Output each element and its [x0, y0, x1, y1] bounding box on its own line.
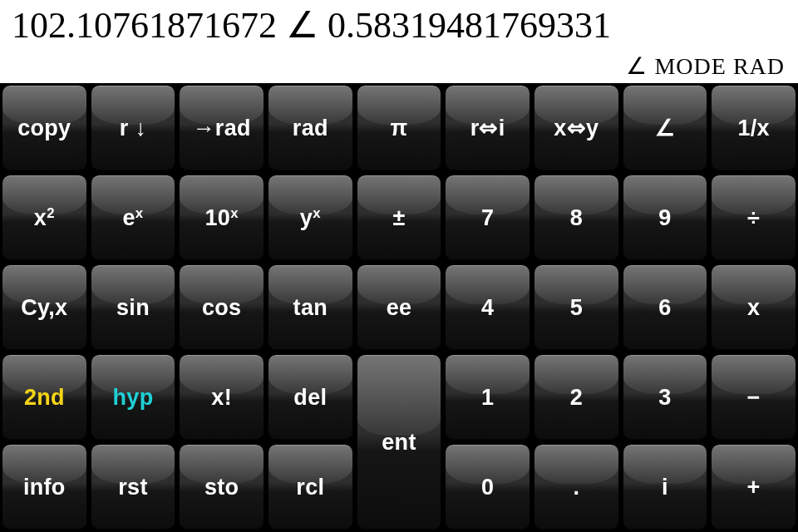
hyp-button[interactable]: hyp	[91, 354, 176, 441]
key-label: 8	[570, 205, 583, 231]
key-label: ∠	[655, 115, 675, 141]
ee-button[interactable]: ee	[357, 264, 442, 351]
pi-button[interactable]: π	[357, 85, 442, 171]
key-label: rst	[118, 475, 147, 500]
factorial-button[interactable]: x!	[179, 354, 264, 441]
digit-2-button[interactable]: 2	[534, 354, 619, 441]
key-label: x!	[211, 385, 232, 411]
cos-button[interactable]: cos	[179, 264, 264, 351]
key-label: 0	[481, 475, 494, 500]
key-label: ex	[123, 204, 144, 231]
key-label: 3	[658, 385, 671, 411]
key-label: 10x	[205, 204, 239, 231]
digit-4-button[interactable]: 4	[445, 264, 530, 351]
key-label: Cy,x	[21, 295, 67, 321]
imaginary-i-button[interactable]: i	[623, 444, 708, 530]
e-to-x-button[interactable]: ex	[91, 175, 176, 261]
key-label: hyp	[113, 385, 154, 411]
y-to-x-button[interactable]: yx	[268, 175, 353, 261]
reciprocal-button[interactable]: 1/x	[711, 85, 796, 171]
key-label: x	[747, 295, 760, 321]
key-label: 9	[658, 205, 671, 231]
key-label: x⇔y	[554, 115, 598, 141]
key-label: 2nd	[24, 385, 65, 411]
key-label: del	[293, 385, 327, 411]
digit-0-button[interactable]: 0	[445, 444, 530, 530]
key-label: rad	[293, 116, 328, 141]
digit-7-button[interactable]: 7	[445, 175, 530, 261]
digit-9-button[interactable]: 9	[623, 175, 708, 261]
key-label: −	[747, 385, 761, 411]
key-label: 1	[481, 385, 494, 411]
copy-button[interactable]: copy	[2, 85, 87, 171]
key-label: sin	[116, 295, 150, 321]
delete-button[interactable]: del	[268, 354, 353, 441]
add-button[interactable]: +	[711, 444, 796, 530]
key-label: i	[662, 475, 668, 500]
key-label: ±	[392, 205, 405, 231]
plus-minus-button[interactable]: ±	[357, 175, 442, 261]
key-label: copy	[17, 116, 71, 141]
key-label: →rad	[193, 116, 251, 141]
key-label: x2	[34, 204, 55, 231]
multiply-button[interactable]: x	[711, 264, 796, 351]
x-swap-y-button[interactable]: x⇔y	[534, 85, 619, 171]
second-button[interactable]: 2nd	[2, 354, 87, 441]
subtract-button[interactable]: −	[711, 354, 796, 441]
divide-button[interactable]: ÷	[711, 175, 796, 261]
roll-down-button[interactable]: r ↓	[91, 85, 176, 171]
recall-button[interactable]: rcl	[268, 444, 353, 530]
key-label: 2	[570, 385, 583, 411]
key-label: cos	[202, 295, 241, 321]
display-mode: ∠ MODE RAD	[12, 52, 786, 81]
info-button[interactable]: info	[2, 444, 87, 530]
enter-button[interactable]: ent	[357, 354, 442, 530]
key-label: .	[573, 475, 579, 500]
reset-button[interactable]: rst	[91, 444, 176, 530]
store-button[interactable]: sto	[179, 444, 264, 530]
digit-6-button[interactable]: 6	[623, 264, 708, 351]
digit-3-button[interactable]: 3	[623, 354, 708, 441]
x-squared-button[interactable]: x2	[2, 175, 87, 261]
ten-to-x-button[interactable]: 10x	[179, 175, 264, 261]
key-label: r ↓	[120, 116, 146, 141]
key-label: ÷	[747, 205, 760, 231]
display-value: 102.10761871672 ∠ 0.58319481769331	[12, 3, 786, 47]
key-label: tan	[293, 295, 328, 321]
to-rad-button[interactable]: →rad	[179, 85, 264, 171]
calculator-app: 102.10761871672 ∠ 0.58319481769331 ∠ MOD…	[0, 0, 798, 532]
key-label: 6	[658, 295, 671, 321]
key-label: rcl	[296, 475, 324, 500]
key-label: 1/x	[737, 116, 769, 141]
angle-button[interactable]: ∠	[623, 85, 708, 171]
tan-button[interactable]: tan	[268, 264, 353, 351]
key-label: yx	[300, 204, 321, 231]
key-label: 5	[570, 295, 583, 321]
key-label: info	[23, 475, 66, 500]
key-label: 4	[481, 295, 494, 321]
key-label: sto	[204, 475, 239, 500]
digit-1-button[interactable]: 1	[445, 354, 530, 441]
sin-button[interactable]: sin	[91, 264, 176, 351]
combination-button[interactable]: Cy,x	[2, 264, 87, 351]
digit-8-button[interactable]: 8	[534, 175, 619, 261]
key-label: 7	[481, 205, 494, 231]
display-panel: 102.10761871672 ∠ 0.58319481769331 ∠ MOD…	[0, 0, 798, 83]
key-label: π	[391, 116, 408, 141]
rad-button[interactable]: rad	[268, 85, 353, 171]
decimal-button[interactable]: .	[534, 444, 619, 530]
key-label: ee	[387, 295, 412, 321]
key-label: +	[747, 475, 761, 500]
r-swap-i-button[interactable]: r⇔i	[445, 85, 530, 171]
keypad: copy r ↓ →rad rad π r⇔i x⇔y ∠ 1/x x2 ex …	[0, 83, 798, 532]
key-label: ent	[382, 430, 416, 456]
key-label: r⇔i	[470, 115, 505, 141]
digit-5-button[interactable]: 5	[534, 264, 619, 351]
